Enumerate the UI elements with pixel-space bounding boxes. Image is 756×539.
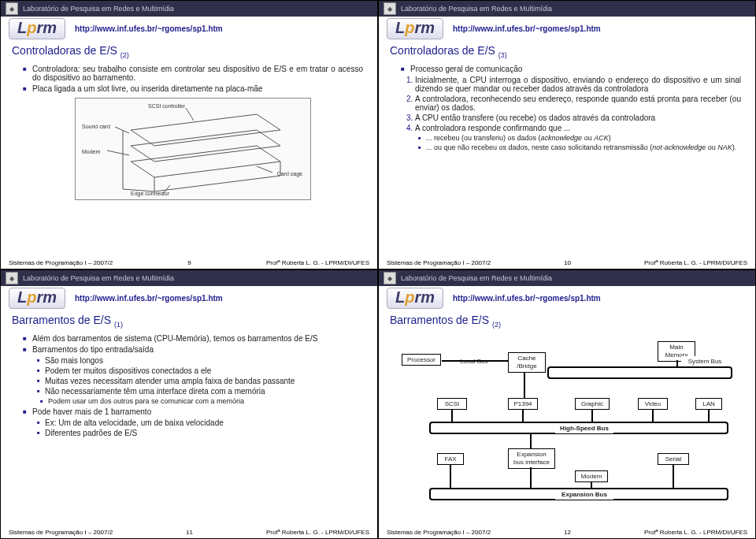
lab-title: Laboratório de Pesquisa em Redes e Multi… (401, 274, 552, 282)
bullet: Controladora: seu trabalho consiste em c… (23, 65, 363, 82)
slide-content: Processo geral de comunicação Inicialmen… (379, 61, 755, 258)
sub-bullet: Muitas vezes necessitam atender uma ampl… (37, 377, 363, 385)
slide-content: Controladora: seu trabalho consiste em c… (1, 61, 377, 258)
svg-line-2 (107, 151, 129, 155)
box-exp-if: Expansion bus interface (508, 448, 555, 469)
lab-bar: ◆ Laboratório de Pesquisa em Redes e Mul… (379, 1, 755, 17)
sub-sub-bullet: Podem usar um dos outros para se comunic… (40, 397, 363, 405)
slide-12: ◆ Laboratório de Pesquisa em Redes e Mul… (378, 270, 756, 539)
lab-title: Laboratório de Pesquisa em Redes e Multi… (401, 5, 552, 13)
diagram-svg (76, 99, 312, 201)
slide-10: ◆ Laboratório de Pesquisa em Redes e Mul… (378, 0, 756, 270)
footer-page: 12 (564, 529, 571, 536)
footer-right: Profª Roberta L. G. - LPRM/DI/UFES (266, 259, 369, 266)
lab-icon: ◆ (6, 272, 18, 284)
box-cache: Cache /Bridge (508, 352, 546, 373)
lab-bar: ◆ Laboratório de Pesquisa em Redes e Mul… (1, 1, 377, 17)
url-text: http://www.inf.ufes.br/~rgomes/sp1.htm (75, 294, 223, 303)
footer-page: 10 (564, 259, 571, 266)
bullet: Pode haver mais de 1 barramento (23, 407, 363, 416)
lprm-logo: Lprm (9, 288, 65, 309)
numbered-item: A controladora, reconhecendo seu endereç… (415, 95, 741, 112)
label-high-speed-bus: High-Speed Bus (555, 423, 613, 433)
bullet: Além dos barramentos de sistema (CPU-Mem… (23, 334, 363, 343)
sub-bullet: Diferentes padrões de E/S (37, 429, 363, 437)
sub-bullet: Não necessariamente têm uma interface di… (37, 387, 363, 396)
numbered-item: Inicialmente, a CPU interroga o disposit… (415, 76, 741, 93)
box-video: Video (638, 398, 668, 410)
bullet: Processo geral de comunicação (401, 65, 741, 73)
sub-bullet: Ex: Um de alta velocidade, um de baixa v… (37, 418, 363, 427)
slide-title: Controladoras de E/S (2) (1, 41, 377, 61)
lprm-logo: Lprm (387, 18, 443, 39)
system-bus-line (547, 366, 732, 379)
box-serial: Serial (658, 453, 689, 465)
slide-footer: Sistemas de Programação I – 2007/2 11 Pr… (1, 527, 377, 538)
logo-row: Lprm http://www.inf.ufes.br/~rgomes/sp1.… (379, 286, 755, 310)
lab-icon: ◆ (384, 272, 396, 284)
slide-11: ◆ Laboratório de Pesquisa em Redes e Mul… (0, 270, 378, 539)
slide-title: Barramentos de E/S (2) (379, 310, 755, 330)
lab-title: Laboratório de Pesquisa em Redes e Multi… (23, 274, 174, 282)
logo-row: Lprm http://www.inf.ufes.br/~rgomes/sp1.… (1, 17, 377, 41)
sub-bullet: Podem ter muitos dispositivos conectados… (37, 366, 363, 375)
footer-page: 11 (186, 529, 193, 536)
lprm-logo: Lprm (9, 18, 65, 39)
slide-content: Além dos barramentos de sistema (CPU-Mem… (1, 330, 377, 527)
box-scsi: SCSI (437, 398, 467, 410)
footer-right: Profª Roberta L. G. - LPRM/DI/UFES (266, 529, 369, 536)
box-fax: FAX (437, 453, 464, 465)
slide-content: Processor Local Bus Cache /Bridge Main M… (379, 330, 755, 527)
box-modem: Modem (575, 470, 608, 482)
bullet: Barramentos do tipo entrada/saída (23, 345, 363, 354)
logo-row: Lprm http://www.inf.ufes.br/~rgomes/sp1.… (1, 286, 377, 310)
bus-diagram: Processor Local Bus Cache /Bridge Main M… (398, 338, 736, 504)
slide-footer: Sistemas de Programação I – 2007/2 9 Pro… (1, 258, 377, 269)
box-p1394: P1394 (508, 398, 538, 410)
sub-bullet: ... ou que não recebeu os dados, neste c… (418, 143, 741, 151)
url-text: http://www.inf.ufes.br/~rgomes/sp1.htm (453, 24, 601, 33)
slide-footer: Sistemas de Programação I – 2007/2 12 Pr… (379, 527, 755, 538)
footer-right: Profª Roberta L. G. - LPRM/DI/UFES (644, 529, 747, 536)
svg-line-3 (257, 166, 272, 173)
lab-icon: ◆ (6, 2, 18, 15)
bullet: Placa ligada a um slot livre, ou inserid… (23, 84, 363, 93)
slide-footer: Sistemas de Programação I – 2007/2 10 Pr… (379, 258, 755, 269)
lab-title: Laboratório de Pesquisa em Redes e Multi… (23, 5, 174, 13)
footer-left: Sistemas de Programação I – 2007/2 (387, 259, 491, 266)
slide-title: Barramentos de E/S (1) (1, 310, 377, 330)
box-lan: LAN (695, 398, 722, 410)
numbered-item: A controladora responde confirmando que … (415, 124, 741, 132)
lab-bar: ◆ Laboratório de Pesquisa em Redes e Mul… (379, 270, 755, 286)
svg-line-1 (115, 127, 129, 133)
slide-9: ◆ Laboratório de Pesquisa em Redes e Mul… (0, 0, 378, 270)
lab-bar: ◆ Laboratório de Pesquisa em Redes e Mul… (1, 270, 377, 286)
numbered-item: A CPU então transfere (ou recebe) os dad… (415, 113, 741, 122)
card-cage-diagram: SCSI controller Sound card Modem Card ca… (75, 98, 311, 200)
label-system-bus: System Bus (681, 356, 728, 366)
lprm-logo: Lprm (387, 288, 443, 309)
footer-page: 9 (187, 259, 191, 266)
footer-left: Sistemas de Programação I – 2007/2 (387, 529, 491, 536)
box-processor: Processor (402, 354, 441, 366)
url-text: http://www.inf.ufes.br/~rgomes/sp1.htm (75, 24, 223, 33)
url-text: http://www.inf.ufes.br/~rgomes/sp1.htm (453, 294, 601, 303)
sub-bullet: ... recebeu (ou transferiu) os dados (ac… (418, 134, 741, 142)
label-expansion-bus: Expansion Bus (555, 489, 613, 500)
box-graphic: Graphic (575, 398, 610, 410)
sub-bullet: São mais longos (37, 356, 363, 365)
footer-right: Profª Roberta L. G. - LPRM/DI/UFES (644, 259, 747, 266)
footer-left: Sistemas de Programação I – 2007/2 (9, 529, 113, 536)
logo-row: Lprm http://www.inf.ufes.br/~rgomes/sp1.… (379, 17, 755, 41)
lab-icon: ◆ (384, 2, 396, 15)
footer-left: Sistemas de Programação I – 2007/2 (9, 259, 113, 266)
slide-title: Controladoras de E/S (3) (379, 41, 755, 61)
svg-line-0 (186, 108, 194, 121)
